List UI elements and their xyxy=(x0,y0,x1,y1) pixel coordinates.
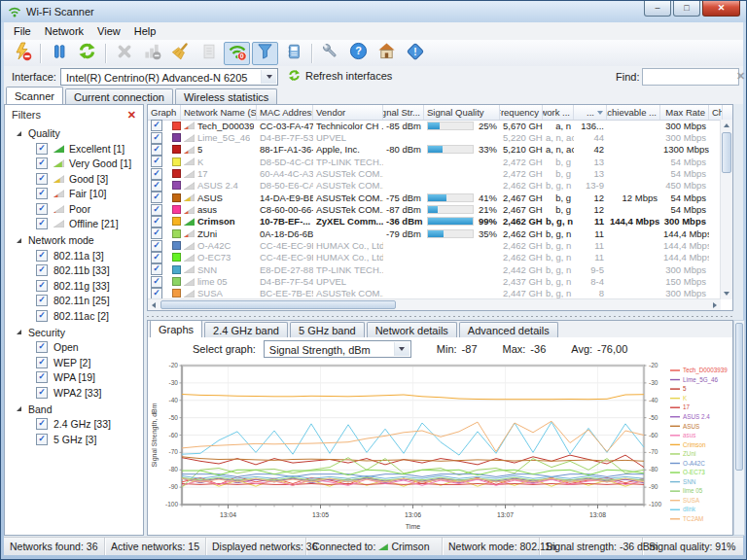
column-header-vendor[interactable]: Vendor xyxy=(313,105,383,120)
row-checkbox[interactable]: ✓ xyxy=(151,168,162,180)
row-checkbox[interactable]: ✓ xyxy=(151,192,162,203)
filter-checkbox[interactable]: ✓ xyxy=(36,158,48,169)
row-checkbox[interactable]: ✓ xyxy=(151,263,162,275)
expand-arrow-icon[interactable] xyxy=(17,131,21,136)
filter-checkbox[interactable]: ✓ xyxy=(36,310,48,322)
scan-button[interactable] xyxy=(9,42,35,65)
title-bar[interactable]: Wi-Fi Scanner – □ ✕ xyxy=(1,1,746,22)
filter-group-network-mode[interactable]: Network mode xyxy=(5,231,143,248)
column-header-achievable[interactable]: Achievable ... xyxy=(607,105,660,120)
filter-checkbox[interactable]: ✓ xyxy=(36,173,48,185)
filter-checkbox[interactable]: ✓ xyxy=(36,218,48,229)
maximize-button[interactable]: □ xyxy=(673,1,700,17)
table-row[interactable]: ✓588-1F-A1-36-...Apple, Inc.-80 dBm33%5,… xyxy=(148,144,721,156)
table-row[interactable]: ✓ZUni0A-18-D6-6B-...-79 dBm35%2,462 GHzb… xyxy=(148,228,721,239)
column-header-signal-str[interactable]: Signal Str... xyxy=(383,105,424,120)
home-button[interactable] xyxy=(374,42,400,65)
table-row[interactable]: ✓O-EC73CC-4E-EC-9E-...HUMAX Co., Ltd.2,4… xyxy=(148,252,721,263)
row-checkbox[interactable]: ✓ xyxy=(151,204,162,216)
column-header-graph[interactable]: Graph xyxy=(148,105,181,120)
table-row[interactable]: ✓1760-A4-4C-A3-...ASUSTek COM...2,472 GH… xyxy=(148,167,721,179)
filter-group-quality[interactable]: Quality xyxy=(5,124,143,141)
table-vertical-scrollbar[interactable] xyxy=(720,120,732,299)
find-input[interactable] xyxy=(642,68,739,86)
filter-group-security[interactable]: Security xyxy=(5,324,143,340)
table-row[interactable]: ✓Lime_5G_46D4-BF-7F-53-...UPVEL5,220 GHz… xyxy=(148,131,721,143)
table-row[interactable]: ✓ASUS14-DA-E9-BB-...ASUSTek COM...-75 dB… xyxy=(148,192,721,203)
tab-scanner[interactable]: Scanner xyxy=(6,87,63,104)
refresh-button[interactable] xyxy=(74,42,100,65)
table-row[interactable]: ✓Tech_D0003939CC-03-FA-47-...Technicolor… xyxy=(148,120,721,131)
panel-splitter[interactable] xyxy=(147,313,733,319)
table-row[interactable]: ✓ASUS 2.4D8-50-E6-CA-...ASUSTek COM...2,… xyxy=(148,180,721,192)
hide-offline-button[interactable]: 0 xyxy=(224,42,250,65)
table-row[interactable]: ✓Crimson10-7B-EF-...ZyXEL Comm...-36 dBm… xyxy=(148,216,721,228)
filter-checkbox[interactable]: ✓ xyxy=(36,371,48,383)
expand-arrow-icon[interactable] xyxy=(17,330,21,334)
row-checkbox[interactable]: ✓ xyxy=(151,180,162,192)
filter-group-band[interactable]: Band xyxy=(5,401,143,417)
row-checkbox[interactable]: ✓ xyxy=(151,144,162,156)
settings-button[interactable] xyxy=(317,42,343,65)
about-button[interactable]: ! xyxy=(402,42,428,65)
scroll-up-icon[interactable] xyxy=(721,120,732,131)
table-row[interactable]: ✓asusC8-60-00-66-...ASUSTek COM...-87 dB… xyxy=(148,203,721,215)
filter-checkbox[interactable]: ✓ xyxy=(36,295,48,306)
report-button[interactable] xyxy=(280,42,306,65)
row-checkbox[interactable]: ✓ xyxy=(151,228,162,239)
row-checkbox[interactable]: ✓ xyxy=(151,156,162,167)
table-horizontal-scrollbar[interactable] xyxy=(148,298,721,310)
filter-checkbox[interactable]: ✓ xyxy=(36,264,48,276)
help-button[interactable]: ? xyxy=(345,42,372,65)
column-header-network[interactable]: Network ... xyxy=(543,105,574,120)
scroll-left-icon[interactable] xyxy=(148,299,160,310)
scroll-right-icon[interactable] xyxy=(709,299,721,310)
column-header-channel[interactable]: ... xyxy=(574,105,607,120)
column-header-chan[interactable]: Chan xyxy=(709,105,723,120)
row-checkbox[interactable]: ✓ xyxy=(151,216,162,228)
column-header-mac-address[interactable]: MAC Address... xyxy=(257,105,313,120)
expand-arrow-icon[interactable] xyxy=(17,238,21,243)
graph-type-select[interactable]: Signal Strength, dBm xyxy=(264,340,411,358)
tab-wireless-statistics[interactable]: Wireless statistics xyxy=(175,88,277,104)
table-row[interactable]: ✓lime 05D4-BF-7F-54-...UPVEL2,437 GHzb, … xyxy=(148,275,721,287)
column-header-signal-quality[interactable]: Signal Quality xyxy=(424,105,500,120)
row-checkbox[interactable]: ✓ xyxy=(151,276,162,288)
cleanup-button[interactable] xyxy=(167,42,194,65)
pause-button[interactable] xyxy=(46,42,72,65)
minimize-button[interactable]: – xyxy=(644,1,671,17)
tab-2-4-ghz-band[interactable]: 2.4 GHz band xyxy=(204,322,288,337)
filter-button[interactable] xyxy=(252,42,278,65)
row-checkbox[interactable]: ✓ xyxy=(151,240,162,252)
filter-checkbox[interactable]: ✓ xyxy=(36,280,48,292)
expand-arrow-icon[interactable] xyxy=(17,406,21,411)
refresh-interfaces-button[interactable]: Refresh interfaces xyxy=(288,69,392,82)
row-checkbox[interactable]: ✓ xyxy=(151,132,162,144)
menu-file[interactable]: File xyxy=(7,23,38,39)
graphs-vertical-scrollbar[interactable] xyxy=(733,320,745,536)
filters-close-icon[interactable]: ✕ xyxy=(127,109,136,122)
menu-view[interactable]: View xyxy=(90,23,127,39)
menu-help[interactable]: Help xyxy=(127,23,163,39)
row-checkbox[interactable]: ✓ xyxy=(151,120,162,131)
filter-checkbox[interactable]: ✓ xyxy=(36,418,48,430)
tab-current-connection[interactable]: Current connection xyxy=(65,88,173,104)
column-header-network-name-ssid[interactable]: Network Name (SSID) xyxy=(181,105,257,120)
scrollbar-thumb[interactable] xyxy=(735,323,743,471)
table-row[interactable]: ✓SNNE8-DE-27-88-...TP-LINK TECH...2,442 … xyxy=(148,263,721,275)
row-checkbox[interactable]: ✓ xyxy=(151,252,162,263)
tab-advanced-details[interactable]: Advanced details xyxy=(459,322,558,337)
column-header-max-rate[interactable]: Max Rate xyxy=(660,105,709,120)
column-header-frequency[interactable]: Frequency xyxy=(500,105,543,120)
close-button[interactable]: ✕ xyxy=(702,1,740,17)
find-clear-icon[interactable]: ✕ xyxy=(736,70,745,83)
filter-checkbox[interactable]: ✓ xyxy=(36,341,48,353)
filter-checkbox[interactable]: ✓ xyxy=(36,387,48,399)
filter-checkbox[interactable]: ✓ xyxy=(36,188,48,199)
table-row[interactable]: ✓O-A42CCC-4E-EC-9B-...HUMAX Co., Ltd.2,4… xyxy=(148,239,721,251)
table-row[interactable]: ✓KD8-5D-4C-CF-...TP-LINK TECH...2,472 GH… xyxy=(148,156,721,167)
filter-checkbox[interactable]: ✓ xyxy=(36,143,48,155)
tab-network-details[interactable]: Network details xyxy=(367,322,457,337)
filter-checkbox[interactable]: ✓ xyxy=(36,203,48,215)
scroll-down-icon[interactable] xyxy=(721,288,732,299)
